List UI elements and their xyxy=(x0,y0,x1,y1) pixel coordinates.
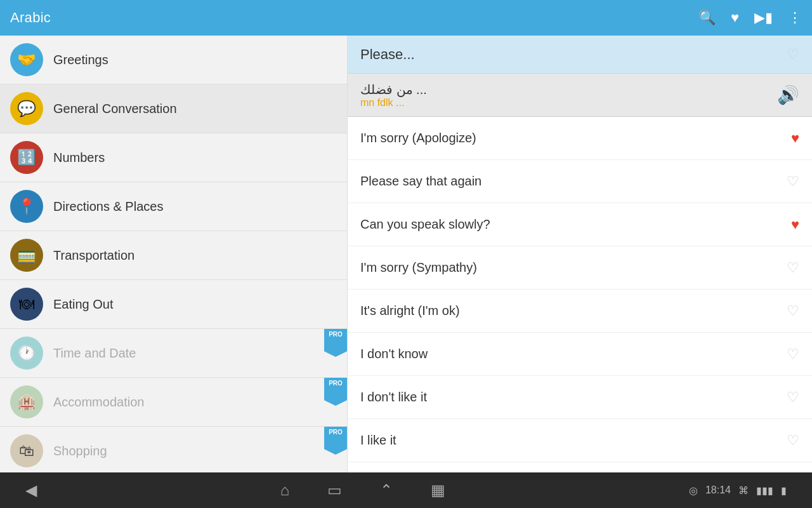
sidebar-item-accommodation[interactable]: 🏨AccommodationPRO xyxy=(0,378,347,427)
phrase-row-0[interactable]: I'm sorry (Apologize)♥ xyxy=(348,117,812,160)
phrase-heart-2[interactable]: ♥ xyxy=(791,217,799,233)
greetings-icon: 🤝 xyxy=(10,43,43,76)
sidebar-item-greetings[interactable]: 🤝Greetings xyxy=(0,36,347,84)
phrase-heart-1[interactable]: ♡ xyxy=(787,173,799,190)
wifi-icon: ⌘ xyxy=(738,485,749,497)
eating-out-label: Eating Out xyxy=(53,297,114,312)
phrase-list: I'm sorry (Apologize)♥Please say that ag… xyxy=(348,117,812,462)
numbers-icon: 🔢 xyxy=(10,141,43,174)
phrase-row-4[interactable]: It's alright (I'm ok)♡ xyxy=(348,290,812,333)
recents-button[interactable]: ▭ xyxy=(327,481,342,499)
time-date-icon: 🕐 xyxy=(10,337,43,370)
phrase-heart-4[interactable]: ♡ xyxy=(787,303,799,319)
phrase-row-3[interactable]: I'm sorry (Sympathy)♡ xyxy=(348,246,812,290)
sidebar-item-numbers[interactable]: 🔢Numbers xyxy=(0,133,347,182)
sidebar-item-directions-places[interactable]: 📍Directions & Places xyxy=(0,182,347,231)
accommodation-label: Accommodation xyxy=(53,395,144,410)
directions-places-icon: 📍 xyxy=(10,190,43,223)
phrase-text-2: Can you speak slowly? xyxy=(360,217,490,232)
time-date-label: Time and Date xyxy=(53,346,136,361)
pro-badge: PRO xyxy=(324,378,347,406)
content-header: Please... ♡ xyxy=(348,36,812,74)
header-heart-icon[interactable]: ♡ xyxy=(787,46,799,63)
play-icon[interactable]: ▶▮ xyxy=(754,10,773,26)
general-conversation-icon: 💬 xyxy=(10,92,43,125)
clock: 18:14 xyxy=(705,485,731,496)
qr-button[interactable]: ▦ xyxy=(431,481,445,499)
battery-icon: ▮ xyxy=(781,485,787,497)
selected-phrase[interactable]: ... من فضلك mn fdlk ... 🔊 xyxy=(348,74,812,117)
sidebar-item-general-conversation[interactable]: 💬General Conversation xyxy=(0,84,347,133)
sidebar-item-time-date[interactable]: 🕐Time and DatePRO xyxy=(0,329,347,378)
status-bar: ◎ 18:14 ⌘ ▮▮▮ ▮ xyxy=(689,485,787,497)
shopping-icon: 🛍 xyxy=(10,434,43,467)
search-icon[interactable]: 🔍 xyxy=(698,10,716,26)
greetings-label: Greetings xyxy=(53,53,108,67)
home-button[interactable]: ⌂ xyxy=(280,481,290,499)
content-panel: Please... ♡ ... من فضلك mn fdlk ... 🔊 I'… xyxy=(348,36,812,472)
phrase-text-5: I don't know xyxy=(360,347,428,361)
phrase-row-7[interactable]: I like it♡ xyxy=(348,419,812,462)
topbar-icons: 🔍 ♥ ▶▮ ⋮ xyxy=(698,10,802,26)
sidebar-item-shopping[interactable]: 🛍ShoppingPRO xyxy=(0,427,347,472)
pro-badge: PRO xyxy=(324,427,347,455)
shopping-label: Shopping xyxy=(53,444,107,458)
content-header-title: Please... xyxy=(360,46,415,63)
phrase-text-7: I like it xyxy=(360,433,396,448)
phrase-row-2[interactable]: Can you speak slowly?♥ xyxy=(348,203,812,246)
accommodation-icon: 🏨 xyxy=(10,385,43,418)
sidebar-item-eating-out[interactable]: 🍽Eating Out xyxy=(0,280,347,329)
top-bar: Arabic 🔍 ♥ ▶▮ ⋮ xyxy=(0,0,812,36)
phrase-text-1: Please say that again xyxy=(360,174,481,189)
speaker-icon[interactable]: 🔊 xyxy=(777,84,799,105)
phrase-heart-0[interactable]: ♥ xyxy=(791,130,799,147)
phrase-text-6: I don't like it xyxy=(360,390,427,404)
main-content: 🤝Greetings💬General Conversation🔢Numbers📍… xyxy=(0,36,812,472)
phrase-heart-6[interactable]: ♡ xyxy=(787,389,799,406)
general-conversation-label: General Conversation xyxy=(53,102,177,116)
pro-badge-text: PRO xyxy=(329,331,343,338)
sidebar-item-transportation[interactable]: 🚃Transportation xyxy=(0,231,347,280)
romanized-text: mn fdlk ... xyxy=(360,97,427,109)
pro-badge: PRO xyxy=(324,329,347,357)
heart-icon[interactable]: ♥ xyxy=(731,10,739,26)
more-icon[interactable]: ⋮ xyxy=(788,10,802,26)
phrase-text-3: I'm sorry (Sympathy) xyxy=(360,260,477,275)
signal-icon: ▮▮▮ xyxy=(756,485,773,497)
phrase-row-5[interactable]: I don't know♡ xyxy=(348,333,812,376)
eating-out-icon: 🍽 xyxy=(10,288,43,321)
phrase-heart-3[interactable]: ♡ xyxy=(787,260,799,276)
bottom-bar: ◀ ⌂ ▭ ⌃ ▦ ◎ 18:14 ⌘ ▮▮▮ ▮ xyxy=(0,472,812,508)
pro-badge-text: PRO xyxy=(329,429,343,436)
phrase-row-1[interactable]: Please say that again♡ xyxy=(348,160,812,203)
directions-places-label: Directions & Places xyxy=(53,199,163,214)
numbers-label: Numbers xyxy=(53,150,105,165)
phrase-text-0: I'm sorry (Apologize) xyxy=(360,131,476,145)
up-chevron[interactable]: ⌃ xyxy=(380,481,393,499)
phrase-heart-7[interactable]: ♡ xyxy=(787,432,799,449)
selected-phrase-text: ... من فضلك mn fdlk ... xyxy=(360,82,427,109)
no-location-icon: ◎ xyxy=(689,485,698,497)
transportation-label: Transportation xyxy=(53,248,134,263)
arabic-text: ... من فضلك xyxy=(360,82,427,97)
sidebar: 🤝Greetings💬General Conversation🔢Numbers📍… xyxy=(0,36,348,472)
transportation-icon: 🚃 xyxy=(10,239,43,272)
phrase-row-6[interactable]: I don't like it♡ xyxy=(348,376,812,419)
pro-badge-text: PRO xyxy=(329,380,343,387)
phrase-heart-5[interactable]: ♡ xyxy=(787,346,799,363)
app-title: Arabic xyxy=(10,10,51,26)
nav-center: ⌂ ▭ ⌃ ▦ xyxy=(280,481,446,499)
back-button[interactable]: ◀ xyxy=(25,481,37,499)
phrase-text-4: It's alright (I'm ok) xyxy=(360,304,460,318)
